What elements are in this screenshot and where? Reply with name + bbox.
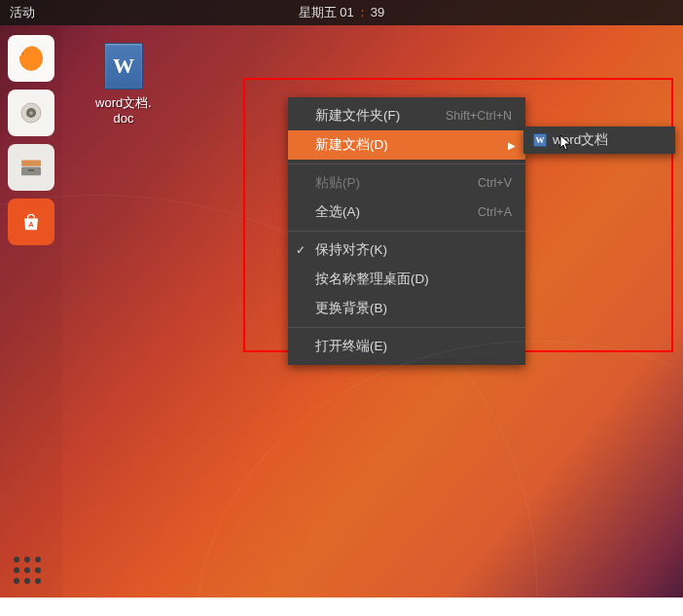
speaker-icon [17,98,46,127]
clock[interactable]: 星期五 01：39 [299,4,385,21]
desktop-file-icon[interactable]: W word文档. doc [80,43,167,127]
menu-new-folder[interactable]: 新建文件夹(F) Shift+Ctrl+N [288,101,525,130]
clock-time: 39 [371,5,384,19]
word-doc-icon: W [104,43,143,90]
menu-label: 粘贴(P) [315,174,360,192]
top-bar: 活动 星期五 01：39 [0,0,683,25]
show-applications-button[interactable] [14,557,45,588]
launcher-dock: A [0,25,62,598]
svg-rect-6 [28,169,34,171]
shopping-bag-icon: A [18,208,45,236]
menu-label: 保持对齐(K) [315,241,387,259]
menu-label: 新建文件夹(F) [315,107,400,125]
firefox-icon [15,42,48,75]
menu-shortcut: Ctrl+A [478,205,512,219]
menu-shortcut: Ctrl+V [478,176,512,190]
menu-label: 全选(A) [315,203,360,221]
menu-keep-aligned[interactable]: ✓ 保持对齐(K) [288,236,525,265]
menu-label: 新建文档(D) [315,136,388,154]
menu-label: 打开终端(E) [315,338,387,355]
desktop-context-menu: 新建文件夹(F) Shift+Ctrl+N 新建文档(D) ▶ 粘贴(P) Ct… [288,97,525,365]
svg-rect-4 [21,161,41,166]
menu-label: 按名称整理桌面(D) [315,271,429,288]
software-center-app-icon[interactable]: A [8,199,54,245]
media-player-app-icon[interactable] [8,90,54,136]
menu-paste: 粘贴(P) Ctrl+V [288,168,525,198]
new-document-submenu: W word文档 [523,127,675,154]
menu-select-all[interactable]: 全选(A) Ctrl+A [288,198,525,227]
word-mini-icon: W [533,133,547,147]
word-glyph: W [113,54,134,79]
menu-separator [288,327,525,328]
submenu-arrow-icon: ▶ [508,140,516,151]
file-manager-app-icon[interactable] [8,144,54,191]
svg-text:A: A [28,220,34,229]
menu-separator [288,163,525,164]
activities-button[interactable]: 活动 [0,4,35,21]
submenu-word-doc[interactable]: W word文档 [523,128,675,152]
menu-separator [288,231,525,232]
menu-new-document[interactable]: 新建文档(D) ▶ [288,130,525,160]
desktop-file-label: word文档. doc [80,95,167,127]
menu-organize-by-name[interactable]: 按名称整理桌面(D) [288,265,525,294]
menu-open-terminal[interactable]: 打开终端(E) [288,332,525,361]
clock-colon: ： [354,5,371,19]
svg-point-3 [29,111,33,115]
check-icon: ✓ [296,243,306,257]
bottom-margin [0,598,683,616]
clock-date: 星期五 01 [299,5,354,19]
submenu-label: word文档 [553,131,608,149]
firefox-app-icon[interactable] [8,35,54,82]
drawer-icon [17,153,46,182]
menu-change-background[interactable]: 更换背景(B) [288,294,525,323]
menu-shortcut: Shift+Ctrl+N [446,109,512,123]
menu-label: 更换背景(B) [315,300,387,317]
desktop-wallpaper[interactable]: 活动 星期五 01：39 [0,0,683,598]
